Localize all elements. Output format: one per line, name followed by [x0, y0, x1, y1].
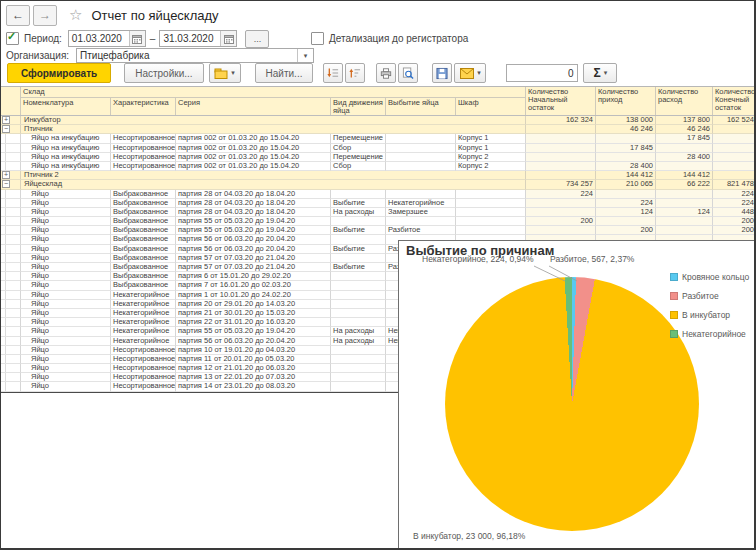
qty-cell: 734 257: [526, 180, 596, 189]
table-row[interactable]: ЯйцоВыбракованноепартия 28 от 04.03.20 д…: [1, 190, 756, 199]
combo-dropdown-button[interactable]: ▾: [297, 49, 313, 62]
collapse-minus-icon[interactable]: −: [2, 125, 10, 133]
tree-line: [5, 245, 6, 253]
qty-cell: 66 222: [656, 180, 713, 189]
table-cell: [386, 217, 456, 226]
table-cell: Несортированное: [111, 144, 176, 153]
qty-cell: [526, 125, 596, 134]
sum-button[interactable]: Σ ▾: [583, 63, 617, 83]
table-group-row[interactable]: −Птичник46 24646 246: [1, 125, 756, 134]
find-button[interactable]: Найти...: [255, 63, 314, 83]
tree-line: [5, 309, 6, 317]
settings-button[interactable]: Настройки...: [124, 63, 203, 83]
table-cell: Яйцо на инкубацию: [21, 134, 111, 143]
legend-swatch: [670, 311, 678, 319]
table-row[interactable]: ЯйцоВыбракованноепартия 28 от 04.03.20 д…: [1, 208, 756, 217]
row-gutter: [1, 291, 21, 300]
tree-line: [5, 281, 6, 289]
legend-item: Кровяное кольцо: [670, 272, 749, 282]
row-gutter: [1, 281, 21, 290]
collapse-minus-icon[interactable]: −: [2, 180, 10, 188]
table-cell: Яйцо на инкубацию: [21, 153, 111, 162]
chevron-down-icon: ▾: [477, 69, 481, 77]
table-cell: партия 1 от 10.01.20 до 24.02.20: [176, 291, 331, 300]
chevron-down-icon: ▾: [304, 52, 308, 60]
qty-cell: [526, 153, 596, 162]
date-to-field[interactable]: 31.03.2020: [159, 30, 237, 47]
row-gutter: +: [1, 171, 21, 180]
table-row[interactable]: Яйцо на инкубациюНесортированноепартия 0…: [1, 144, 756, 153]
calendar-button[interactable]: [129, 31, 145, 46]
row-gutter: [1, 199, 21, 208]
generate-button[interactable]: Сформировать: [7, 63, 111, 83]
table-cell: Яйцо: [21, 208, 111, 217]
report-window: ← → ☆ Отчет по яйцескладу ✓ Период: 01.0…: [0, 0, 756, 550]
counter-field[interactable]: 0: [506, 64, 578, 82]
qty-cell: [526, 208, 596, 217]
table-row[interactable]: ЯйцоВыбракованноепартия 28 от 04.03.20 д…: [1, 199, 756, 208]
qty-cell: [656, 190, 713, 199]
table-cell: Яйцо: [21, 272, 111, 281]
period-checkbox[interactable]: ✓: [6, 32, 19, 45]
group-name-cell: Яйцесклад: [21, 180, 526, 189]
table-cell: Несортированное: [111, 134, 176, 143]
qty-cell: 200: [596, 226, 656, 235]
preview-button[interactable]: [398, 63, 418, 83]
table-row[interactable]: Яйцо на инкубациюНесортированноепартия 0…: [1, 134, 756, 143]
table-group-row[interactable]: −Яйцесклад734 257210 06566 222821 478: [1, 180, 756, 189]
table-cell: [331, 190, 386, 199]
row-gutter: [1, 300, 21, 309]
row-gutter: [1, 346, 21, 355]
detail-checkbox[interactable]: [311, 32, 324, 45]
table-group-row[interactable]: +Птичник 2144 412144 412: [1, 171, 756, 180]
report-variants-button[interactable]: ▾: [209, 63, 241, 83]
expand-groups-button[interactable]: [345, 63, 365, 83]
organization-combo[interactable]: Птицефабрика ▾: [76, 48, 314, 63]
table-row[interactable]: ЯйцоВыбракованноепартия 55 от 05.03.20 д…: [1, 226, 756, 235]
table-cell: партия 13 от 22.01.20 до 07.03.20: [176, 373, 331, 382]
table-row[interactable]: Яйцо на инкубациюНесортированноепартия 0…: [1, 153, 756, 162]
table-row[interactable]: Яйцо на инкубациюНесортированноепартия 0…: [1, 162, 756, 171]
table-cell: [331, 291, 386, 300]
forward-button[interactable]: →: [33, 5, 57, 26]
row-gutter: [1, 272, 21, 281]
back-button[interactable]: ←: [6, 5, 30, 26]
expand-plus-icon[interactable]: +: [2, 171, 10, 179]
table-cell: партия 002 от 01.03.20 до 15.04.20: [176, 153, 331, 162]
favorite-star-icon[interactable]: ☆: [69, 6, 82, 24]
row-gutter: [1, 190, 21, 199]
table-cell: Яйцо: [21, 226, 111, 235]
qty-cell: 200: [526, 217, 596, 226]
qty-cell: 46 246: [596, 125, 656, 134]
expand-groups-icon: [349, 67, 361, 79]
table-cell: Выбракованное: [111, 263, 176, 272]
expand-plus-icon[interactable]: +: [2, 116, 10, 124]
table-group-row[interactable]: +Инкубатор162 324138 000137 800162 524: [1, 116, 756, 125]
header-cabinet: Шкаф: [456, 98, 526, 115]
period-more-button[interactable]: ...: [245, 30, 269, 48]
qty-cell: 144 412: [596, 171, 656, 180]
save-button[interactable]: [432, 63, 452, 83]
qty-cell: 28 400: [656, 153, 713, 162]
pie-chart[interactable]: [445, 277, 699, 531]
table-cell: Яйцо на инкубацию: [21, 144, 111, 153]
table-cell: [456, 208, 526, 217]
date-from-field[interactable]: 01.03.2020: [68, 30, 146, 47]
qty-cell: [596, 134, 656, 143]
qty-cell: [596, 153, 656, 162]
table-cell: [331, 235, 386, 244]
table-cell: партия 002 от 01.03.20 до 15.04.20: [176, 162, 331, 171]
calendar-button[interactable]: [220, 31, 236, 46]
table-cell: [331, 300, 386, 309]
row-gutter: [1, 134, 21, 143]
date-from-value: 01.03.2020: [69, 33, 129, 44]
table-cell: Перемещение: [331, 153, 386, 162]
table-row[interactable]: ЯйцоВыбракованноепартия 55 от 05.03.20 д…: [1, 217, 756, 226]
collapse-groups-button[interactable]: [323, 63, 343, 83]
send-mail-button[interactable]: ▾: [454, 63, 486, 83]
table-cell: [331, 281, 386, 290]
table-cell: партия 28 от 04.03.20 до 18.04.20: [176, 190, 331, 199]
row-gutter: +: [1, 116, 21, 125]
row-gutter: [1, 226, 21, 235]
print-button[interactable]: [376, 63, 396, 83]
